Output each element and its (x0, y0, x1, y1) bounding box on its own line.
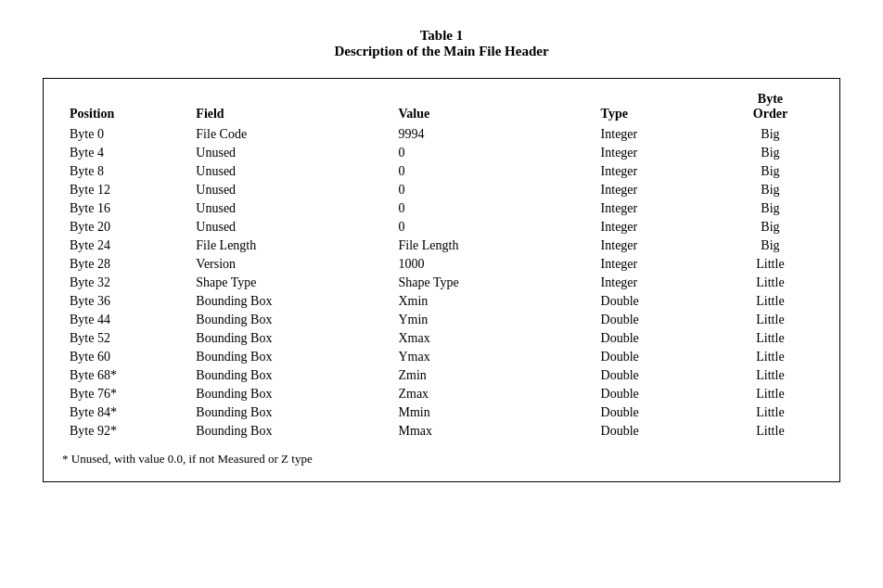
table-row: Byte 8Unused0IntegerBig (62, 162, 821, 181)
table-row: Byte 16Unused0IntegerBig (62, 199, 821, 218)
table-cell: File Length (390, 236, 593, 255)
table-row: Byte 12Unused0IntegerBig (62, 181, 821, 199)
table-cell: Double (594, 292, 720, 311)
table-cell: Little (720, 385, 821, 403)
table-cell: Mmax (390, 422, 593, 441)
table-cell: Byte 52 (62, 329, 188, 348)
table-cell: Byte 24 (62, 236, 188, 255)
table-cell: Little (720, 366, 821, 385)
table-cell: Integer (594, 199, 720, 218)
footnote: * Unused, with value 0.0, if not Measure… (62, 452, 821, 467)
table-row: Byte 76*Bounding BoxZmaxDoubleLittle (62, 385, 821, 403)
table-cell: Double (594, 366, 720, 385)
header-byte-order: Byte Order (720, 90, 821, 125)
table-cell: Byte 36 (62, 292, 188, 311)
table-cell: Little (720, 311, 821, 329)
table-cell: Byte 16 (62, 199, 188, 218)
table-cell: Byte 60 (62, 348, 188, 366)
title-section: Table 1 Description of the Main File Hea… (334, 28, 548, 59)
table-cell: Little (720, 422, 821, 441)
table-row: Byte 52Bounding BoxXmaxDoubleLittle (62, 329, 821, 348)
table-cell: Double (594, 385, 720, 403)
table-cell: Double (594, 403, 720, 422)
table-cell: Little (720, 348, 821, 366)
table-cell: Double (594, 348, 720, 366)
table-cell: Integer (594, 181, 720, 199)
table-cell: Integer (594, 144, 720, 162)
header-value: Value (390, 90, 593, 125)
table-row: Byte 84*Bounding BoxMminDoubleLittle (62, 403, 821, 422)
table-cell: Integer (594, 255, 720, 274)
table-cell: Zmin (390, 366, 593, 385)
table-cell: Little (720, 292, 821, 311)
table-cell: Unused (188, 199, 390, 218)
table-cell: Byte 28 (62, 255, 188, 274)
table-cell: Double (594, 311, 720, 329)
table-cell: Big (720, 236, 821, 255)
table-cell: Byte 84* (62, 403, 188, 422)
table-cell: Version (188, 255, 390, 274)
table-cell: Mmin (390, 403, 593, 422)
table-cell: 0 (390, 144, 593, 162)
table-row: Byte 32Shape TypeShape TypeIntegerLittle (62, 274, 821, 292)
table-cell: Bounding Box (188, 329, 390, 348)
table-cell: Byte 12 (62, 181, 188, 199)
table-cell: Bounding Box (188, 311, 390, 329)
table-row: Byte 4Unused0IntegerBig (62, 144, 821, 162)
table-cell: Zmax (390, 385, 593, 403)
table-cell: Bounding Box (188, 403, 390, 422)
table-cell: Integer (594, 236, 720, 255)
table-row: Byte 36Bounding BoxXminDoubleLittle (62, 292, 821, 311)
table-cell: 0 (390, 162, 593, 181)
table-cell: Big (720, 181, 821, 199)
table-cell: Unused (188, 218, 390, 236)
table-cell: Shape Type (188, 274, 390, 292)
table-cell: Bounding Box (188, 348, 390, 366)
table-cell: Byte 68* (62, 366, 188, 385)
main-table: Position Field Value Type Byte Order Byt… (62, 90, 821, 441)
table-cell: Big (720, 125, 821, 144)
table-cell: Integer (594, 274, 720, 292)
table-cell: Bounding Box (188, 385, 390, 403)
table-cell: Xmax (390, 329, 593, 348)
table-row: Byte 92*Bounding BoxMmaxDoubleLittle (62, 422, 821, 441)
table-cell: Byte 76* (62, 385, 188, 403)
table-cell: Big (720, 218, 821, 236)
table-title-line2: Description of the Main File Header (334, 44, 548, 59)
table-cell: Byte 44 (62, 311, 188, 329)
table-cell: 1000 (390, 255, 593, 274)
table-row: Byte 24File LengthFile LengthIntegerBig (62, 236, 821, 255)
table-row: Byte 20Unused0IntegerBig (62, 218, 821, 236)
table-cell: Ymax (390, 348, 593, 366)
table-cell: Little (720, 255, 821, 274)
table-cell: Double (594, 329, 720, 348)
table-cell: Bounding Box (188, 366, 390, 385)
table-row: Byte 44Bounding BoxYminDoubleLittle (62, 311, 821, 329)
table-cell: Little (720, 274, 821, 292)
table-cell: Ymin (390, 311, 593, 329)
table-cell: Integer (594, 162, 720, 181)
table-cell: Shape Type (390, 274, 593, 292)
table-cell: Unused (188, 144, 390, 162)
table-cell: Double (594, 422, 720, 441)
table-cell: Byte 0 (62, 125, 188, 144)
table-wrapper: Position Field Value Type Byte Order Byt… (43, 78, 840, 482)
table-cell: 9994 (390, 125, 593, 144)
table-cell: Big (720, 144, 821, 162)
table-cell: Little (720, 329, 821, 348)
table-cell: Integer (594, 218, 720, 236)
table-cell: File Length (188, 236, 390, 255)
header-field: Field (188, 90, 390, 125)
table-cell: Byte 4 (62, 144, 188, 162)
table-cell: Byte 8 (62, 162, 188, 181)
table-cell: 0 (390, 181, 593, 199)
table-cell: Big (720, 162, 821, 181)
table-row: Byte 60Bounding BoxYmaxDoubleLittle (62, 348, 821, 366)
table-cell: Bounding Box (188, 292, 390, 311)
table-row: Byte 0File Code9994IntegerBig (62, 125, 821, 144)
table-cell: Little (720, 403, 821, 422)
table-title-line1: Table 1 (334, 28, 548, 44)
table-cell: 0 (390, 218, 593, 236)
table-cell: Unused (188, 162, 390, 181)
header-position: Position (62, 90, 188, 125)
